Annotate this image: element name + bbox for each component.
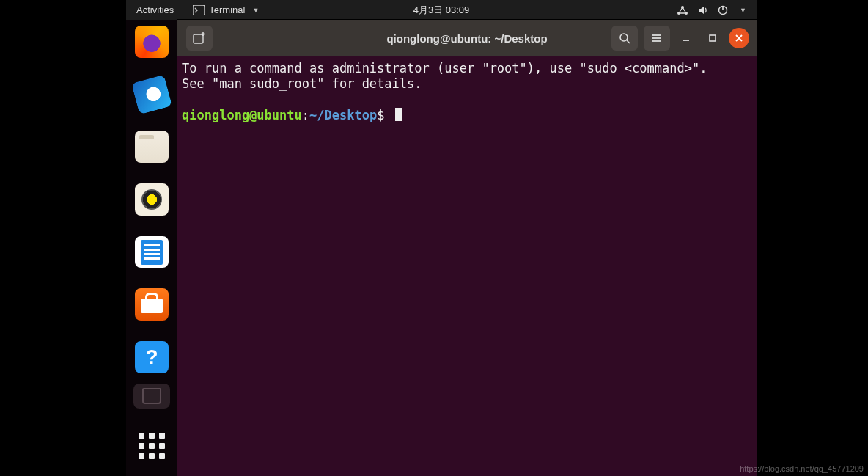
app-menu-label: Terminal bbox=[209, 4, 245, 15]
close-button[interactable] bbox=[729, 28, 749, 48]
minimize-icon bbox=[682, 34, 691, 43]
titlebar: qionglong@ubuntu: ~/Desktop bbox=[177, 20, 757, 56]
dock-software[interactable] bbox=[135, 288, 169, 321]
search-button[interactable] bbox=[611, 26, 638, 51]
network-icon bbox=[677, 5, 688, 15]
dock-files[interactable] bbox=[135, 131, 169, 163]
svg-rect-6 bbox=[194, 34, 203, 43]
maximize-icon bbox=[708, 34, 717, 43]
svg-line-10 bbox=[627, 40, 630, 43]
show-applications[interactable] bbox=[135, 429, 169, 463]
motd-line: See "man sudo_root" for details. bbox=[182, 76, 422, 91]
prompt: qionglong@ubuntu:~/Desktop$ bbox=[182, 108, 384, 122]
svg-rect-15 bbox=[710, 35, 716, 41]
terminal-window: qionglong@ubuntu: ~/Desktop bbox=[177, 20, 757, 476]
terminal-icon bbox=[193, 5, 205, 15]
watermark: https://blog.csdn.net/qq_45771209 bbox=[740, 464, 864, 473]
app-menu[interactable]: Terminal ▼ bbox=[184, 0, 268, 20]
dock-trash[interactable] bbox=[133, 384, 170, 409]
prompt-user: qionglong@ubuntu bbox=[182, 108, 302, 122]
volume-icon bbox=[697, 5, 709, 15]
chevron-down-icon: ▼ bbox=[252, 7, 259, 14]
new-tab-icon bbox=[193, 32, 206, 44]
chevron-down-icon: ▼ bbox=[740, 7, 746, 14]
dock-writer[interactable] bbox=[135, 236, 169, 268]
dock-firefox[interactable] bbox=[135, 26, 169, 58]
dock: ? bbox=[126, 20, 177, 476]
dock-help[interactable]: ? bbox=[135, 341, 169, 373]
power-icon bbox=[718, 5, 728, 15]
dock-rhythmbox[interactable] bbox=[135, 183, 169, 216]
window-title: qionglong@ubuntu: ~/Desktop bbox=[386, 32, 547, 45]
svg-rect-0 bbox=[193, 5, 205, 15]
activities-button[interactable]: Activities bbox=[126, 0, 184, 20]
clock[interactable]: 4月3日 03:09 bbox=[406, 4, 477, 17]
motd-line: To run a command as administrator (user … bbox=[182, 61, 707, 76]
top-bar: Activities Terminal ▼ 4月3日 03:09 ▼ bbox=[126, 0, 757, 20]
svg-point-9 bbox=[620, 34, 628, 41]
new-tab-button[interactable] bbox=[186, 26, 213, 51]
hamburger-icon bbox=[651, 33, 663, 43]
maximize-button[interactable] bbox=[702, 28, 723, 48]
minimize-button[interactable] bbox=[676, 28, 696, 48]
close-icon bbox=[735, 34, 743, 43]
cursor bbox=[395, 108, 402, 121]
hamburger-menu[interactable] bbox=[644, 26, 670, 51]
search-icon bbox=[619, 32, 630, 44]
status-area[interactable]: ▼ bbox=[666, 5, 757, 15]
dock-thunderbird[interactable] bbox=[131, 74, 172, 114]
prompt-path: ~/Desktop bbox=[309, 108, 377, 122]
terminal-body[interactable]: To run a command as administrator (user … bbox=[177, 56, 757, 476]
